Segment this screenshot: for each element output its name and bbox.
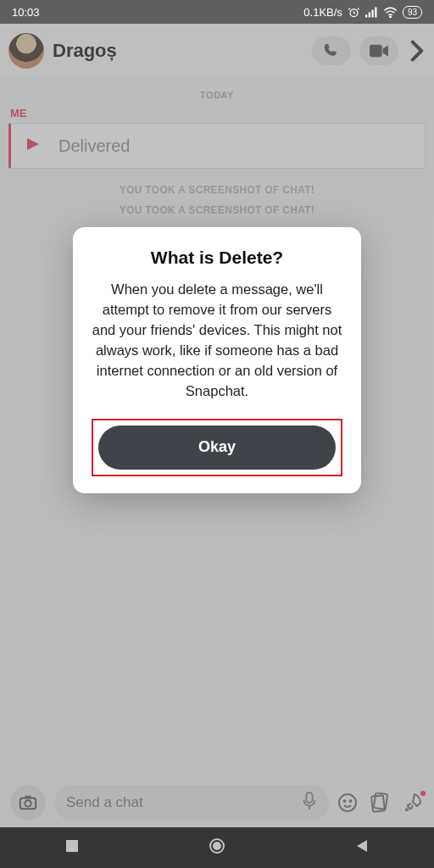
status-net-rate: 0.1KB/s xyxy=(303,6,342,19)
svg-point-5 xyxy=(389,16,391,18)
okay-button[interactable]: Okay xyxy=(98,426,336,470)
dialog-body: When you delete a message, we'll attempt… xyxy=(92,280,342,402)
dialog-title: What is Delete? xyxy=(92,248,342,268)
wifi-icon xyxy=(383,7,398,18)
alarm-icon xyxy=(348,6,360,19)
dialog-scrim[interactable]: What is Delete? When you delete a messag… xyxy=(0,24,434,868)
svg-rect-4 xyxy=(375,7,376,17)
status-time: 10:03 xyxy=(12,6,40,19)
status-bar: 10:03 0.1KB/s 93 xyxy=(0,0,434,24)
delete-info-dialog: What is Delete? When you delete a messag… xyxy=(73,227,361,493)
svg-rect-3 xyxy=(371,9,373,17)
svg-rect-2 xyxy=(369,12,370,17)
signal-icon xyxy=(365,7,378,18)
battery-indicator: 93 xyxy=(403,6,422,19)
okay-highlight-box: Okay xyxy=(92,419,342,476)
svg-rect-1 xyxy=(365,14,367,17)
